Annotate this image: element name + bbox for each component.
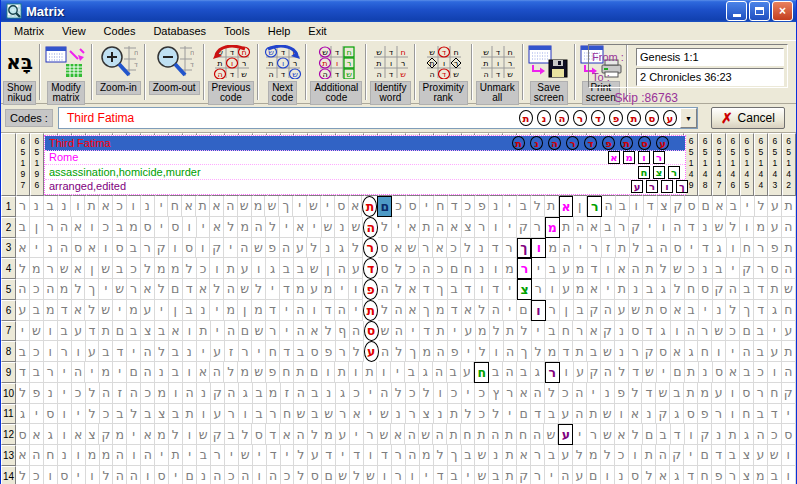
matrix-cell[interactable]: ו xyxy=(349,362,363,383)
matrix-cell[interactable]: ד xyxy=(643,321,657,342)
matrix-cell[interactable]: ת xyxy=(782,238,796,259)
matrix-cell[interactable]: ש xyxy=(238,196,252,217)
matrix-cell[interactable]: ד xyxy=(684,466,698,484)
matrix-cell[interactable]: י xyxy=(280,217,294,238)
matrix-cell[interactable]: ב xyxy=(754,404,768,425)
matrix-cell[interactable]: ח xyxy=(281,404,295,425)
matrix-cell[interactable]: ס xyxy=(671,238,685,259)
matrix-cell[interactable]: ה xyxy=(335,258,349,279)
matrix-cell[interactable]: ב xyxy=(58,321,72,342)
matrix-cell[interactable]: ת xyxy=(768,279,782,300)
matrix-cell[interactable]: ש xyxy=(197,424,211,445)
show-nikud-button[interactable]: בָּאShownikud xyxy=(1,42,38,106)
matrix-cell[interactable]: א xyxy=(210,196,224,217)
matrix-cell[interactable]: ו xyxy=(712,341,726,362)
matrix-cell[interactable]: ב xyxy=(16,341,30,362)
matrix-cell[interactable]: ב xyxy=(462,445,476,466)
matrix-cell[interactable]: ל xyxy=(392,279,406,300)
matrix-cell[interactable]: א xyxy=(99,196,113,217)
matrix-cell[interactable]: ל xyxy=(224,362,238,383)
matrix-cell[interactable]: ח xyxy=(266,341,280,362)
matrix-cell[interactable]: ק xyxy=(670,445,684,466)
matrix-cell[interactable]: ל xyxy=(573,445,587,466)
matrix-cell[interactable]: ת xyxy=(685,362,699,383)
matrix-cell[interactable]: ו xyxy=(141,466,155,484)
matrix-cell[interactable]: ו xyxy=(489,258,503,279)
matrix-cell[interactable]: ג xyxy=(419,362,433,383)
matrix-cell[interactable]: ל xyxy=(307,238,321,259)
matrix-cell[interactable]: כ xyxy=(30,279,44,300)
matrix-cell[interactable]: מ xyxy=(99,362,113,383)
matrix-cell[interactable]: ש xyxy=(99,300,113,321)
matrix-cell[interactable]: ד xyxy=(420,321,434,342)
matrix-cell[interactable]: ס xyxy=(768,258,782,279)
matrix-cell[interactable]: כ xyxy=(113,196,127,217)
matrix-cell[interactable]: ס xyxy=(335,196,349,217)
matrix-cell[interactable]: ת xyxy=(615,279,629,300)
matrix-cell[interactable]: ם xyxy=(698,445,712,466)
matrix-cell[interactable]: ל xyxy=(127,404,141,425)
matrix-cell[interactable]: צ xyxy=(155,404,169,425)
matrix-cell[interactable]: ה xyxy=(30,445,44,466)
matrix-cell[interactable]: ו xyxy=(58,404,72,425)
matrix-cell[interactable]: א xyxy=(433,238,447,259)
matrix-cell[interactable]: ת xyxy=(85,196,99,217)
matrix-cell-marked-circle-red[interactable]: ה xyxy=(363,217,378,238)
matrix-cell[interactable]: ה xyxy=(225,321,239,342)
matrix-cell[interactable]: א xyxy=(72,217,86,238)
matrix-cell-marked-box-green[interactable]: ח xyxy=(474,362,489,383)
matrix-cell-marked-box-magenta[interactable]: ו xyxy=(531,238,546,259)
matrix-cell[interactable]: ר xyxy=(531,466,545,484)
matrix-cell[interactable]: ר xyxy=(532,279,546,300)
matrix-cell[interactable]: מ xyxy=(252,196,266,217)
matrix-cell[interactable]: ה xyxy=(379,341,393,362)
matrix-cell[interactable]: נ xyxy=(321,238,335,259)
matrix-cell[interactable]: ה xyxy=(378,383,392,404)
codes-combobox[interactable]: Third Fatima עסתפדרהנת ▼ xyxy=(58,107,698,129)
matrix-cell[interactable]: ר xyxy=(503,238,517,259)
matrix-cell[interactable]: כ xyxy=(141,383,155,404)
matrix-cell[interactable]: י xyxy=(183,445,197,466)
matrix-cell[interactable]: ו xyxy=(169,238,183,259)
matrix-cell[interactable]: ב xyxy=(713,258,727,279)
matrix-cell[interactable]: י xyxy=(72,466,86,484)
matrix-cell[interactable]: ש xyxy=(239,445,253,466)
matrix-cell[interactable]: ש xyxy=(768,445,782,466)
matrix-cell[interactable]: ת xyxy=(560,217,574,238)
matrix-cell[interactable]: ה xyxy=(531,383,545,404)
matrix-cell[interactable]: ך xyxy=(448,445,462,466)
matrix-cell[interactable]: א xyxy=(16,238,30,259)
matrix-cell[interactable]: ה xyxy=(574,217,588,238)
matrix-cell[interactable]: י xyxy=(391,362,405,383)
matrix-cell[interactable]: ה xyxy=(58,217,72,238)
matrix-cell[interactable]: ל xyxy=(155,341,169,362)
matrix-cell[interactable]: ה xyxy=(72,362,86,383)
matrix-cell[interactable]: ה xyxy=(224,279,238,300)
matrix-cell[interactable]: ע xyxy=(461,362,475,383)
matrix-cell[interactable]: ה xyxy=(657,238,671,259)
matrix-cell[interactable]: י xyxy=(211,321,225,342)
matrix-cell[interactable]: ל xyxy=(378,217,392,238)
matrix-cell[interactable]: ה xyxy=(601,300,615,321)
matrix-cell[interactable]: ש xyxy=(252,362,266,383)
matrix-cell[interactable]: ק xyxy=(211,424,225,445)
matrix-cell[interactable]: ו xyxy=(169,383,183,404)
matrix-cell[interactable]: ם xyxy=(113,321,127,342)
matrix-cell[interactable]: צ xyxy=(86,424,100,445)
matrix-cell[interactable]: נ xyxy=(489,196,503,217)
matrix-cell[interactable]: ב xyxy=(183,300,197,321)
matrix-cell[interactable]: כ xyxy=(406,383,420,404)
matrix-cell[interactable]: ג xyxy=(713,238,727,259)
matrix-cell[interactable]: י xyxy=(601,279,615,300)
matrix-cell[interactable]: ר xyxy=(573,321,587,342)
matrix-cell[interactable]: ל xyxy=(629,383,643,404)
matrix-cell[interactable]: כ xyxy=(30,466,44,484)
matrix-cell-marked-circle-red[interactable]: ע xyxy=(364,341,379,362)
matrix-cell[interactable]: ן xyxy=(169,300,183,321)
matrix-cell[interactable]: ע xyxy=(294,238,308,259)
menu-item-databases[interactable]: Databases xyxy=(144,23,215,39)
matrix-cell[interactable]: ג xyxy=(685,341,699,362)
matrix-cell[interactable]: ף xyxy=(336,321,350,342)
matrix-cell[interactable]: ז xyxy=(281,383,295,404)
matrix-cell[interactable]: נ xyxy=(434,404,448,425)
